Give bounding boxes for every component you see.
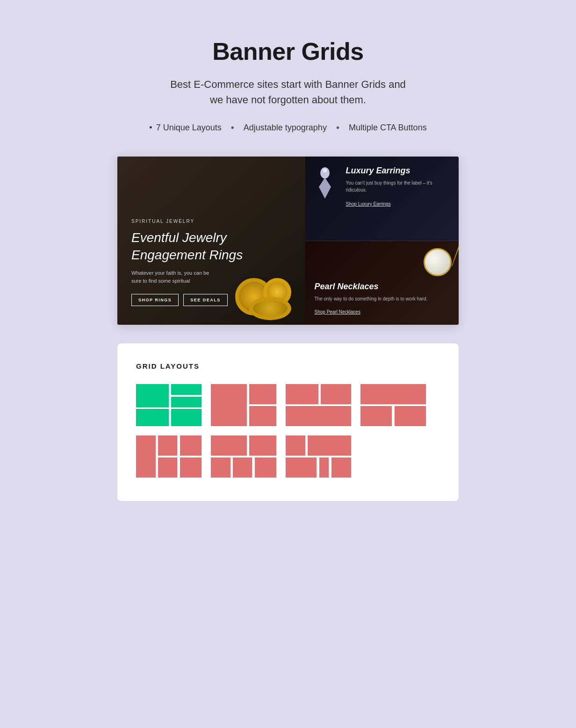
banner-right-bottom-content: Pearl Necklaces The only way to do somet…: [315, 282, 450, 315]
earring-decoration: [315, 166, 340, 200]
grid-layout-1[interactable]: [136, 384, 202, 426]
banner-buttons: SHOP RINGS SEE DEALS: [131, 294, 291, 306]
pearl-circle: [424, 248, 452, 276]
pearl-necklaces-title: Pearl Necklaces: [315, 282, 450, 292]
svg-point-2: [323, 169, 327, 172]
luxury-earrings-title: Luxury Earrings: [346, 166, 450, 176]
necklace-line: [452, 244, 459, 266]
banner-left-content: SPIRITUAL JEWELRY Eventful Jewelry Engag…: [131, 219, 291, 306]
svg-marker-1: [319, 178, 331, 199]
banner-title: Eventful Jewelry Engagement Rings: [131, 229, 291, 264]
shop-rings-button[interactable]: SHOP RINGS: [131, 294, 179, 306]
separator-1: •: [231, 122, 234, 133]
luxury-earrings-link[interactable]: Shop Luxury Earrings: [346, 201, 391, 207]
feature-item-1: • 7 Unique Layouts: [149, 123, 221, 133]
subtitle-line2: we have not forgotten about them.: [210, 94, 366, 106]
subtitle-line1: Best E-Commerce sites start with Banner …: [170, 79, 406, 90]
banner-left-panel: SPIRITUAL JEWELRY Eventful Jewelry Engag…: [117, 157, 305, 325]
feature-item-3: Multiple CTA Buttons: [349, 123, 427, 133]
feature-label-2: Adjustable typography: [244, 123, 327, 133]
grid-row-1: [136, 384, 440, 426]
grid-layout-5[interactable]: [136, 435, 202, 478]
pearl-necklaces-link[interactable]: Shop Pearl Necklaces: [315, 309, 360, 314]
pearl-necklaces-desc: The only way to do something in depth is…: [315, 295, 450, 302]
separator-2: •: [336, 122, 339, 133]
banner-right-top: Luxury Earrings You can't just buy thing…: [305, 157, 459, 241]
feature-label-1: 7 Unique Layouts: [156, 123, 222, 133]
banner-preview: SPIRITUAL JEWELRY Eventful Jewelry Engag…: [117, 157, 459, 325]
grid-layout-4[interactable]: [360, 384, 426, 426]
grid-layout-3[interactable]: [286, 384, 351, 426]
grid-section: GRID LAYOUTS: [117, 343, 459, 501]
page-title: Banner Grids: [149, 37, 426, 65]
grid-layouts-container: [136, 384, 440, 478]
banner-right-panel: Luxury Earrings You can't just buy thing…: [305, 157, 459, 325]
feature-list: • 7 Unique Layouts • Adjustable typograp…: [149, 122, 426, 133]
see-deals-button[interactable]: SEE DEALS: [183, 294, 228, 306]
banner-right-top-content: Luxury Earrings You can't just buy thing…: [346, 166, 450, 207]
bullet-icon-1: •: [149, 123, 152, 133]
feature-label-3: Multiple CTA Buttons: [349, 123, 427, 133]
feature-item-2: Adjustable typography: [244, 123, 327, 133]
page-subtitle: Best E-Commerce sites start with Banner …: [149, 77, 426, 107]
luxury-earrings-desc: You can't just buy things for the label …: [346, 179, 450, 193]
grid-layout-2[interactable]: [211, 384, 276, 426]
header-section: Banner Grids Best E-Commerce sites start…: [149, 37, 426, 138]
grid-row-2: [136, 435, 440, 478]
banner-right-bottom: Pearl Necklaces The only way to do somet…: [305, 241, 459, 325]
grid-layout-7[interactable]: [286, 435, 351, 478]
banner-description: Whatever your faith is, you can be sure …: [131, 269, 216, 285]
banner-category: SPIRITUAL JEWELRY: [131, 219, 291, 224]
grid-section-title: GRID LAYOUTS: [136, 362, 440, 370]
pearl-decoration: [419, 243, 456, 281]
grid-layout-6[interactable]: [211, 435, 276, 478]
